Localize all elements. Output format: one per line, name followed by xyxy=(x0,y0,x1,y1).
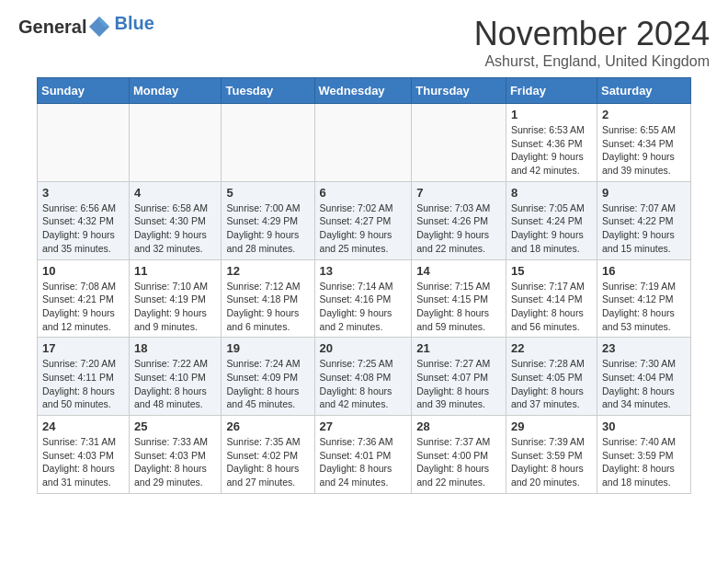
day-info: Sunrise: 7:17 AM Sunset: 4:14 PM Dayligh… xyxy=(511,280,592,334)
day-info: Sunrise: 7:05 AM Sunset: 4:24 PM Dayligh… xyxy=(511,201,592,256)
week-row-1: 3Sunrise: 6:56 AM Sunset: 4:32 PM Daylig… xyxy=(38,181,691,259)
col-thursday: Thursday xyxy=(412,78,506,104)
calendar-cell-w4-d1: 25Sunrise: 7:33 AM Sunset: 4:03 PM Dayli… xyxy=(130,416,222,494)
day-info: Sunrise: 7:27 AM Sunset: 4:07 PM Dayligh… xyxy=(416,357,501,411)
calendar-cell-w4-d5: 29Sunrise: 7:39 AM Sunset: 3:59 PM Dayli… xyxy=(506,416,597,494)
day-number: 6 xyxy=(320,186,407,200)
calendar-cell-w0-d6: 2Sunrise: 6:55 AM Sunset: 4:34 PM Daylig… xyxy=(597,104,690,182)
day-number: 20 xyxy=(320,341,407,355)
calendar-cell-w4-d0: 24Sunrise: 7:31 AM Sunset: 4:03 PM Dayli… xyxy=(38,416,130,494)
title-section: November 2024 Ashurst, England, United K… xyxy=(474,15,710,70)
calendar-cell-w4-d6: 30Sunrise: 7:40 AM Sunset: 3:59 PM Dayli… xyxy=(597,416,690,494)
day-number: 3 xyxy=(42,186,124,200)
day-number: 18 xyxy=(134,341,216,355)
calendar-cell-w1-d3: 6Sunrise: 7:02 AM Sunset: 4:27 PM Daylig… xyxy=(314,181,412,259)
calendar-cell-w2-d4: 14Sunrise: 7:15 AM Sunset: 4:15 PM Dayli… xyxy=(412,259,506,338)
calendar-cell-w0-d0 xyxy=(38,104,130,182)
day-number: 26 xyxy=(226,419,309,433)
day-number: 9 xyxy=(602,186,686,200)
calendar-cell-w4-d3: 27Sunrise: 7:36 AM Sunset: 4:01 PM Dayli… xyxy=(314,416,412,494)
calendar-cell-w0-d5: 1Sunrise: 6:53 AM Sunset: 4:36 PM Daylig… xyxy=(506,104,597,182)
day-info: Sunrise: 7:15 AM Sunset: 4:15 PM Dayligh… xyxy=(416,280,501,334)
calendar-cell-w2-d3: 13Sunrise: 7:14 AM Sunset: 4:16 PM Dayli… xyxy=(314,259,412,338)
day-number: 25 xyxy=(134,419,216,433)
day-info: Sunrise: 6:55 AM Sunset: 4:34 PM Dayligh… xyxy=(602,123,686,178)
day-info: Sunrise: 7:14 AM Sunset: 4:16 PM Dayligh… xyxy=(320,280,407,334)
day-info: Sunrise: 7:33 AM Sunset: 4:03 PM Dayligh… xyxy=(134,435,216,489)
col-tuesday: Tuesday xyxy=(222,78,314,104)
calendar-cell-w3-d3: 20Sunrise: 7:25 AM Sunset: 4:08 PM Dayli… xyxy=(314,338,412,416)
calendar-cell-w2-d6: 16Sunrise: 7:19 AM Sunset: 4:12 PM Dayli… xyxy=(597,259,690,338)
calendar-cell-w0-d4 xyxy=(412,104,506,182)
day-info: Sunrise: 6:53 AM Sunset: 4:36 PM Dayligh… xyxy=(511,123,592,178)
day-info: Sunrise: 7:08 AM Sunset: 4:21 PM Dayligh… xyxy=(42,280,124,334)
day-info: Sunrise: 7:28 AM Sunset: 4:05 PM Dayligh… xyxy=(511,357,592,411)
logo-blue: Blue xyxy=(114,13,154,33)
day-number: 23 xyxy=(602,341,686,355)
day-number: 19 xyxy=(226,341,309,355)
day-number: 15 xyxy=(511,264,592,278)
day-info: Sunrise: 7:24 AM Sunset: 4:09 PM Dayligh… xyxy=(226,357,309,411)
calendar-cell-w0-d3 xyxy=(314,104,412,182)
calendar-cell-w1-d6: 9Sunrise: 7:07 AM Sunset: 4:22 PM Daylig… xyxy=(597,181,690,259)
col-friday: Friday xyxy=(506,78,597,104)
calendar-cell-w0-d1 xyxy=(130,104,222,182)
day-info: Sunrise: 7:37 AM Sunset: 4:00 PM Dayligh… xyxy=(416,435,501,489)
day-number: 8 xyxy=(511,186,592,200)
col-sunday: Sunday xyxy=(38,78,130,104)
day-number: 14 xyxy=(416,264,501,278)
calendar-cell-w3-d2: 19Sunrise: 7:24 AM Sunset: 4:09 PM Dayli… xyxy=(222,338,314,416)
logo-text: General xyxy=(18,15,112,39)
calendar-header: Sunday Monday Tuesday Wednesday Thursday… xyxy=(38,78,691,104)
day-number: 7 xyxy=(416,186,501,200)
calendar-wrapper: Sunday Monday Tuesday Wednesday Thursday… xyxy=(0,77,728,512)
day-info: Sunrise: 7:10 AM Sunset: 4:19 PM Dayligh… xyxy=(134,280,216,334)
day-number: 1 xyxy=(511,108,592,121)
calendar-cell-w1-d4: 7Sunrise: 7:03 AM Sunset: 4:26 PM Daylig… xyxy=(412,181,506,259)
logo: General Blue xyxy=(18,15,154,39)
day-info: Sunrise: 7:36 AM Sunset: 4:01 PM Dayligh… xyxy=(320,435,407,489)
day-number: 27 xyxy=(320,419,407,433)
day-number: 16 xyxy=(602,264,686,278)
day-info: Sunrise: 7:19 AM Sunset: 4:12 PM Dayligh… xyxy=(602,280,686,334)
day-info: Sunrise: 7:03 AM Sunset: 4:26 PM Dayligh… xyxy=(416,201,501,256)
calendar-cell-w3-d5: 22Sunrise: 7:28 AM Sunset: 4:05 PM Dayli… xyxy=(506,338,597,416)
day-number: 12 xyxy=(226,264,309,278)
logo-icon xyxy=(87,15,111,39)
week-row-0: 1Sunrise: 6:53 AM Sunset: 4:36 PM Daylig… xyxy=(38,104,691,182)
day-number: 2 xyxy=(602,108,686,121)
day-info: Sunrise: 7:31 AM Sunset: 4:03 PM Dayligh… xyxy=(42,435,124,489)
day-info: Sunrise: 7:02 AM Sunset: 4:27 PM Dayligh… xyxy=(320,201,407,256)
day-number: 29 xyxy=(511,419,592,433)
day-number: 24 xyxy=(42,419,124,433)
day-number: 5 xyxy=(226,186,309,200)
week-row-2: 10Sunrise: 7:08 AM Sunset: 4:21 PM Dayli… xyxy=(38,259,691,338)
day-info: Sunrise: 7:25 AM Sunset: 4:08 PM Dayligh… xyxy=(320,357,407,411)
day-info: Sunrise: 6:56 AM Sunset: 4:32 PM Dayligh… xyxy=(42,201,124,256)
day-info: Sunrise: 7:22 AM Sunset: 4:10 PM Dayligh… xyxy=(134,357,216,411)
day-number: 28 xyxy=(416,419,501,433)
col-wednesday: Wednesday xyxy=(314,78,412,104)
header-row: Sunday Monday Tuesday Wednesday Thursday… xyxy=(38,78,691,104)
day-info: Sunrise: 7:30 AM Sunset: 4:04 PM Dayligh… xyxy=(602,357,686,411)
col-monday: Monday xyxy=(130,78,222,104)
day-info: Sunrise: 7:35 AM Sunset: 4:02 PM Dayligh… xyxy=(226,435,309,489)
logo-general: General xyxy=(18,17,86,38)
calendar-cell-w3-d1: 18Sunrise: 7:22 AM Sunset: 4:10 PM Dayli… xyxy=(130,338,222,416)
calendar-cell-w2-d5: 15Sunrise: 7:17 AM Sunset: 4:14 PM Dayli… xyxy=(506,259,597,338)
day-info: Sunrise: 7:20 AM Sunset: 4:11 PM Dayligh… xyxy=(42,357,124,411)
day-info: Sunrise: 7:00 AM Sunset: 4:29 PM Dayligh… xyxy=(226,201,309,256)
calendar-cell-w3-d0: 17Sunrise: 7:20 AM Sunset: 4:11 PM Dayli… xyxy=(38,338,130,416)
calendar-cell-w4-d4: 28Sunrise: 7:37 AM Sunset: 4:00 PM Dayli… xyxy=(412,416,506,494)
day-number: 17 xyxy=(42,341,124,355)
week-row-3: 17Sunrise: 7:20 AM Sunset: 4:11 PM Dayli… xyxy=(38,338,691,416)
calendar-cell-w2-d0: 10Sunrise: 7:08 AM Sunset: 4:21 PM Dayli… xyxy=(38,259,130,338)
day-number: 13 xyxy=(320,264,407,278)
day-number: 4 xyxy=(134,186,216,200)
calendar-cell-w1-d1: 4Sunrise: 6:58 AM Sunset: 4:30 PM Daylig… xyxy=(130,181,222,259)
calendar-cell-w1-d0: 3Sunrise: 6:56 AM Sunset: 4:32 PM Daylig… xyxy=(38,181,130,259)
week-row-4: 24Sunrise: 7:31 AM Sunset: 4:03 PM Dayli… xyxy=(38,416,691,494)
calendar-cell-w1-d5: 8Sunrise: 7:05 AM Sunset: 4:24 PM Daylig… xyxy=(506,181,597,259)
calendar-cell-w2-d1: 11Sunrise: 7:10 AM Sunset: 4:19 PM Dayli… xyxy=(130,259,222,338)
day-info: Sunrise: 7:40 AM Sunset: 3:59 PM Dayligh… xyxy=(602,435,686,489)
